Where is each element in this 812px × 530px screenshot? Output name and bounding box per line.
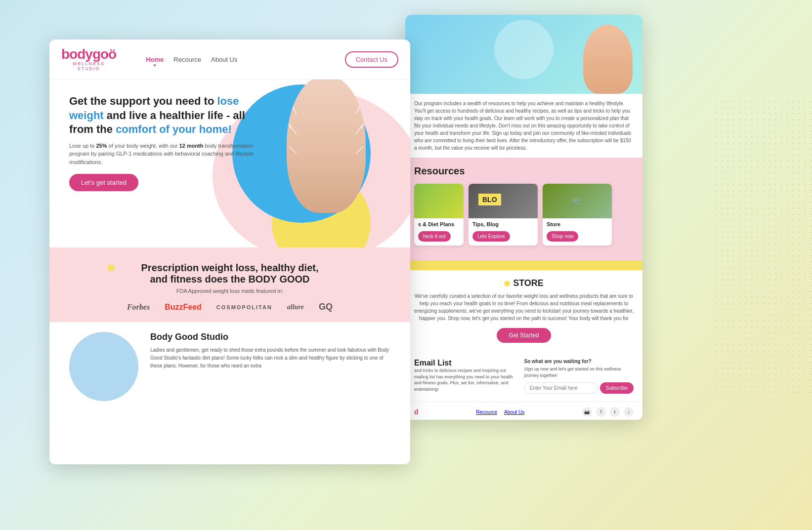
svg-line-9 xyxy=(356,146,363,154)
back-top-hero-image xyxy=(405,15,642,94)
brands-row: Forbes BuzzFeed COSMOPOLITAN allure GQ xyxy=(69,302,390,312)
resource-card-diet: s & Diet Plans heck it out xyxy=(414,184,464,245)
bg-dots-decoration xyxy=(713,99,812,395)
svg-line-6 xyxy=(359,104,361,109)
prescription-title-text: Prescription weight loss, healthy diet,a… xyxy=(141,262,319,285)
email-subtitle: So what are you waiting for? xyxy=(524,359,634,364)
email-list-section: Email List and tricks to delicious recip… xyxy=(405,351,642,402)
svg-line-2 xyxy=(289,124,297,134)
svg-line-4 xyxy=(289,146,297,154)
contact-us-button[interactable]: Contact Us xyxy=(345,51,398,68)
store-card-image: 🛒 xyxy=(543,184,612,218)
instagram-icon[interactable]: 📷 xyxy=(582,407,592,417)
diet-card-image xyxy=(414,184,464,218)
brand-buzzfeed: BuzzFeed xyxy=(165,303,202,312)
back-card: Our program includes a wealth of resourc… xyxy=(405,15,642,420)
prescription-yellow-dot xyxy=(108,264,115,271)
footer-nav-resource[interactable]: Recource xyxy=(476,409,497,415)
resources-cards-container: s & Diet Plans heck it out BLO Tips, Blo… xyxy=(414,184,634,245)
hero-cta-button[interactable]: Let's get started xyxy=(69,174,138,191)
nav-resource[interactable]: Recource xyxy=(173,56,201,63)
prescription-section: Prescription weight loss, healthy diet,a… xyxy=(49,247,410,322)
footer-logo: d xyxy=(414,408,419,416)
back-top-figure xyxy=(583,25,633,94)
store-get-started-button[interactable]: Get Started xyxy=(497,328,551,343)
body-figure-silhouette xyxy=(287,80,366,213)
store-card-button[interactable]: Shop now xyxy=(547,231,578,242)
bodygood-photo xyxy=(69,332,138,401)
email-input-row: Subscribe xyxy=(524,382,634,394)
email-right-col: So what are you waiting for? Sign up now… xyxy=(524,359,634,394)
diet-card-label: s & Diet Plans xyxy=(414,218,464,229)
store-title: STORE xyxy=(513,278,544,288)
body-figure-image xyxy=(277,80,376,228)
email-left-desc: and tricks to delicious recipes and insp… xyxy=(414,367,516,392)
svg-line-7 xyxy=(356,124,363,134)
hero-section: Get the support you need to lose weight … xyxy=(49,80,410,247)
nav-active-dot xyxy=(154,64,156,66)
footer-nav: Recource About Us xyxy=(476,409,524,415)
brand-allure: allure xyxy=(287,303,304,311)
store-yellow-dot xyxy=(504,281,510,286)
nav-home[interactable]: Home xyxy=(146,56,164,63)
store-description: We've carefully curated a selection of o… xyxy=(414,292,634,322)
prescription-title: Prescription weight loss, healthy diet,a… xyxy=(69,262,390,285)
logo-subtitle: WELLNESSSTUDIO xyxy=(61,61,116,71)
email-input[interactable] xyxy=(524,382,598,394)
resources-title: Resources xyxy=(414,165,634,177)
blog-card-label: Tips, Blog xyxy=(469,218,538,229)
footer-nav-about[interactable]: About Us xyxy=(504,409,524,415)
subtext-months: 12 month xyxy=(179,143,204,149)
back-intro-text: Our program includes a wealth of resourc… xyxy=(414,101,631,151)
footer-social-icons: 📷 f t ♪ xyxy=(582,407,634,417)
tiktok-icon[interactable]: ♪ xyxy=(624,407,634,417)
hero-headline: Get the support you need to lose weight … xyxy=(69,94,257,137)
bodygood-title: Body Good Studio xyxy=(150,332,390,342)
main-nav: bodygoö WELLNESSSTUDIO Home Recource Abo… xyxy=(49,40,410,80)
logo-text: bodygoö xyxy=(61,47,116,61)
logo: bodygoö WELLNESSSTUDIO xyxy=(61,47,116,71)
body-arrows-svg xyxy=(287,80,366,213)
back-top-text: Our program includes a wealth of resourc… xyxy=(405,94,642,152)
subscribe-button[interactable]: Subscribe xyxy=(600,382,634,394)
brand-cosmopolitan: COSMOPOLITAN xyxy=(216,304,272,310)
subtext-mid: of your body weight, with our xyxy=(109,143,179,149)
svg-line-1 xyxy=(292,104,294,109)
store-card-label: Store xyxy=(543,218,612,229)
diet-card-button[interactable]: heck it out xyxy=(418,231,451,242)
fda-approved-text: FDA Approved weight loss meds featured i… xyxy=(69,288,390,294)
email-desc: Sign up now and let's get started on thi… xyxy=(524,366,634,378)
back-card-content: Our program includes a wealth of resourc… xyxy=(405,15,642,420)
headline-blue2: comfort of your home! xyxy=(116,123,232,135)
headline-part1: Get the support you need to xyxy=(69,95,217,107)
hero-subtext: Lose up to 25% of your body weight, with… xyxy=(69,142,257,166)
nav-about[interactable]: About Us xyxy=(211,56,237,63)
blo-badge: BLO xyxy=(478,194,501,205)
back-store-section: STORE We've carefully curated a selectio… xyxy=(405,270,642,351)
twitter-icon[interactable]: t xyxy=(610,407,620,417)
hero-text-block: Get the support you need to lose weight … xyxy=(69,89,257,191)
store-section-title-row: STORE xyxy=(414,278,634,288)
bodygood-section: Body Good Studio Ladies and gentlemen, g… xyxy=(49,322,410,411)
bodygood-desc: Ladies and gentlemen, get ready to shed … xyxy=(150,346,390,370)
brand-gq: GQ xyxy=(319,302,333,312)
back-top-circle-decoration xyxy=(494,20,554,79)
subtext-pre: Lose up to xyxy=(69,143,96,149)
resource-card-blog: BLO Tips, Blog Lets Explore xyxy=(469,184,538,245)
email-left-col: Email List and tricks to delicious recip… xyxy=(414,359,516,392)
nav-links: Home Recource About Us xyxy=(146,56,237,63)
resource-card-store: 🛒 Store Shop now xyxy=(543,184,612,245)
facebook-icon[interactable]: f xyxy=(596,407,606,417)
subtext-percent: 25% xyxy=(96,143,107,149)
blog-card-button[interactable]: Lets Explore xyxy=(472,231,510,242)
back-footer: d Recource About Us 📷 f t ♪ xyxy=(405,402,642,420)
back-resources-section: Resources s & Diet Plans heck it out BLO… xyxy=(405,158,642,260)
brand-forbes: Forbes xyxy=(127,303,150,312)
blog-card-image: BLO xyxy=(469,184,538,218)
email-list-title: Email List xyxy=(414,359,516,367)
bodygood-text-col: Body Good Studio Ladies and gentlemen, g… xyxy=(150,332,390,370)
front-card: bodygoö WELLNESSSTUDIO Home Recource Abo… xyxy=(49,40,410,464)
